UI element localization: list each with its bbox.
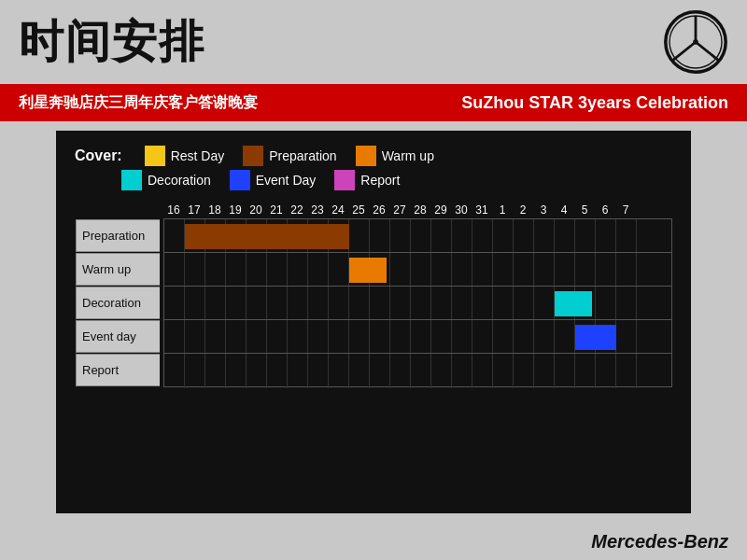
gantt-cells bbox=[164, 253, 671, 286]
gantt-cell bbox=[452, 253, 472, 287]
legend-rest-label: Rest Day bbox=[171, 148, 225, 163]
gantt-cell bbox=[288, 320, 308, 355]
gantt-cell bbox=[164, 354, 185, 388]
gantt-cell bbox=[205, 287, 226, 321]
gantt-col-label: 3 bbox=[533, 203, 554, 217]
subtitle-left: 利星奔驰店庆三周年庆客户答谢晚宴 bbox=[19, 93, 258, 113]
gantt-cell bbox=[329, 320, 349, 355]
gantt-rows: PreparationWarm upDecorationEvent dayRep… bbox=[163, 218, 672, 386]
gantt-cell bbox=[247, 287, 267, 321]
legend-item-eventday: Event Day bbox=[230, 170, 317, 190]
subtitle-right: SuZhou STAR 3years Celebration bbox=[461, 93, 728, 113]
gantt-cell bbox=[267, 354, 288, 388]
gantt-cell bbox=[452, 320, 472, 355]
eventday-color-box bbox=[230, 170, 250, 190]
gantt-cell bbox=[493, 320, 514, 355]
gantt-bar bbox=[185, 224, 349, 249]
gantt-cell bbox=[472, 320, 493, 355]
legend-item-preparation: Preparation bbox=[243, 146, 336, 166]
gantt-cell bbox=[390, 320, 411, 355]
gantt-cell bbox=[329, 253, 349, 287]
gantt-cell bbox=[247, 253, 267, 287]
gantt-cell bbox=[452, 354, 472, 388]
gantt-bar bbox=[555, 291, 592, 316]
gantt-cell bbox=[493, 253, 514, 287]
subtitle-bar: 利星奔驰店庆三周年庆客户答谢晚宴 SuZhou STAR 3years Cele… bbox=[0, 84, 747, 121]
gantt-cell bbox=[390, 354, 411, 388]
gantt-col-label: 29 bbox=[430, 203, 451, 217]
warmup-color-box bbox=[356, 146, 376, 166]
gantt-cell bbox=[472, 253, 493, 287]
gantt-cell bbox=[308, 287, 329, 321]
legend: Cover: Rest Day Preparation Warm up Deco… bbox=[75, 146, 672, 190]
gantt-cell bbox=[267, 253, 288, 287]
gantt-cell bbox=[164, 253, 185, 287]
gantt-cell bbox=[205, 253, 226, 287]
gantt-col-label: 26 bbox=[369, 203, 389, 217]
gantt-cell bbox=[308, 320, 329, 355]
gantt-row: Warm up bbox=[163, 252, 672, 287]
gantt-col-label: 27 bbox=[389, 203, 410, 217]
gantt-cell bbox=[431, 253, 452, 287]
gantt-cell bbox=[411, 354, 431, 388]
gantt-cell bbox=[493, 287, 514, 321]
gantt-cell bbox=[514, 253, 534, 287]
gantt-cell bbox=[616, 287, 637, 321]
gantt-chart: 161718192021222324252627282930311234567 … bbox=[75, 203, 672, 386]
gantt-cell bbox=[308, 354, 329, 388]
gantt-cells bbox=[164, 219, 671, 252]
gantt-cell bbox=[349, 320, 370, 355]
gantt-row: Preparation bbox=[163, 218, 672, 253]
gantt-cell bbox=[185, 354, 205, 388]
gantt-cell bbox=[411, 287, 431, 321]
gantt-cell bbox=[267, 287, 288, 321]
gantt-cell bbox=[555, 320, 575, 355]
decoration-color-box bbox=[121, 170, 142, 190]
gantt-cell bbox=[411, 219, 431, 254]
gantt-col-label: 18 bbox=[204, 203, 225, 217]
gantt-cell bbox=[431, 320, 452, 355]
legend-report-label: Report bbox=[360, 173, 400, 188]
gantt-col-label: 17 bbox=[184, 203, 204, 217]
gantt-col-label: 16 bbox=[163, 203, 184, 217]
gantt-cell bbox=[493, 219, 514, 254]
gantt-cell bbox=[288, 253, 308, 287]
legend-item-warmup: Warm up bbox=[356, 146, 434, 166]
gantt-cell bbox=[616, 354, 637, 388]
gantt-col-label: 4 bbox=[554, 203, 574, 217]
gantt-cell bbox=[514, 320, 534, 355]
gantt-cell bbox=[185, 253, 205, 287]
gantt-cell bbox=[370, 354, 390, 388]
gantt-cell bbox=[267, 320, 288, 355]
gantt-header: 161718192021222324252627282930311234567 bbox=[163, 203, 672, 217]
gantt-col-label: 22 bbox=[287, 203, 307, 217]
gantt-cell bbox=[205, 320, 226, 355]
svg-line-3 bbox=[673, 42, 697, 61]
gantt-cell bbox=[431, 287, 452, 321]
gantt-cell bbox=[555, 354, 575, 388]
chart-container: Cover: Rest Day Preparation Warm up Deco… bbox=[56, 131, 691, 513]
gantt-col-label: 5 bbox=[574, 203, 595, 217]
gantt-col-label: 2 bbox=[513, 203, 533, 217]
gantt-cells bbox=[164, 354, 671, 386]
gantt-cell bbox=[164, 287, 185, 321]
legend-eventday-label: Event Day bbox=[256, 173, 317, 188]
gantt-cell bbox=[205, 354, 226, 388]
page-title: 时间安排 bbox=[19, 12, 205, 72]
gantt-cell bbox=[164, 219, 185, 254]
gantt-cell bbox=[431, 219, 452, 254]
gantt-cell bbox=[247, 354, 267, 388]
gantt-cell bbox=[616, 219, 637, 254]
rest-day-color-box bbox=[145, 146, 165, 166]
gantt-cell bbox=[411, 253, 431, 287]
gantt-cell bbox=[452, 219, 472, 254]
brand-label: Mercedes-Benz bbox=[591, 531, 728, 553]
gantt-cell bbox=[370, 287, 390, 321]
gantt-cell bbox=[288, 287, 308, 321]
gantt-cell bbox=[534, 354, 555, 388]
gantt-cell bbox=[555, 253, 575, 287]
gantt-cell bbox=[616, 253, 637, 287]
gantt-bar bbox=[349, 258, 387, 283]
gantt-cell bbox=[575, 354, 596, 388]
gantt-cell bbox=[493, 354, 514, 388]
